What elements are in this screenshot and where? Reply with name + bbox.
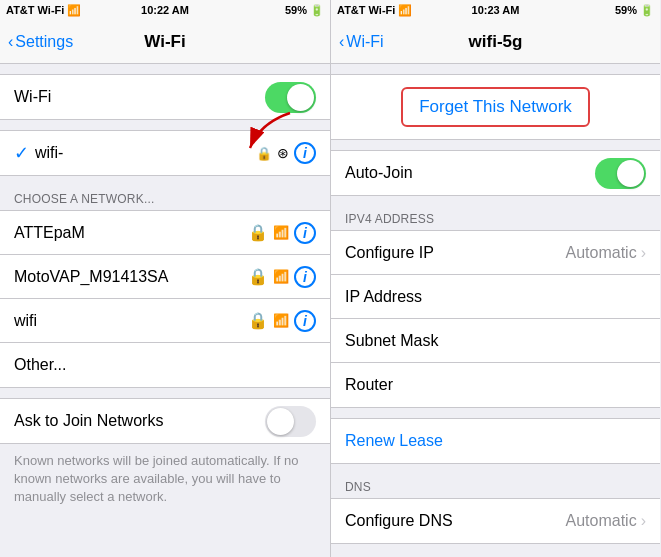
dns-label: DNS — [331, 474, 660, 498]
lock-icon-1: 🔒 — [248, 267, 268, 286]
auto-join-row: Auto-Join — [331, 151, 660, 195]
back-label: Settings — [15, 33, 73, 51]
time-left: 10:22 AM — [141, 4, 189, 16]
renew-lease-label: Renew Lease — [345, 432, 646, 450]
list-item[interactable]: MotoVAP_M91413SA 🔒 📶 i — [0, 255, 330, 299]
carrier-text: AT&T Wi-Fi — [6, 4, 64, 16]
network-other: Other... — [14, 356, 316, 374]
ipv4-section: IPV4 ADDRESS Configure IP Automatic › IP… — [331, 206, 660, 408]
configure-ip-value: Automatic — [566, 244, 637, 262]
info-btn-1[interactable]: i — [294, 266, 316, 288]
connected-network-row[interactable]: ✓ wifi- 🔒 ⊛ i — [0, 131, 330, 175]
lock-icon: 🔒 — [256, 146, 272, 161]
status-bar-left: AT&T Wi-Fi 📶 10:22 AM 59% 🔋 — [0, 0, 330, 20]
battery-right: 59% — [615, 4, 637, 16]
ask-join-thumb — [267, 408, 294, 435]
nav-bar-left: ‹ Settings Wi-Fi — [0, 20, 330, 64]
router-row: Router — [331, 363, 660, 407]
wifi-icon-0: 📶 — [273, 225, 289, 240]
ask-join-row: Ask to Join Networks — [0, 399, 330, 443]
chevron-left-icon-r: ‹ — [339, 33, 344, 51]
choose-network-label: CHOOSE A NETWORK... — [0, 186, 330, 210]
ask-join-label: Ask to Join Networks — [14, 412, 265, 430]
network-icons-0: 🔒 📶 i — [248, 222, 316, 244]
status-right-left: AT&T Wi-Fi 📶 — [337, 4, 412, 17]
configure-ip-label: Configure IP — [345, 244, 566, 262]
network-icons-2: 🔒 📶 i — [248, 310, 316, 332]
status-right: 59% 🔋 — [285, 4, 324, 17]
wifi-label: Wi-Fi — [14, 88, 265, 106]
lock-icon-2: 🔒 — [248, 311, 268, 330]
ask-join-section: Ask to Join Networks — [0, 398, 330, 444]
configure-dns-row[interactable]: Configure DNS Automatic › — [331, 499, 660, 543]
wifi-icon-right: 📶 — [398, 4, 412, 17]
ipv4-rows: Configure IP Automatic › IP Address Subn… — [331, 230, 660, 408]
dns-section: DNS Configure DNS Automatic › — [331, 474, 660, 544]
ask-join-toggle[interactable] — [265, 406, 316, 437]
info-icon: i — [303, 145, 307, 161]
wifi-status-icon: 📶 — [67, 4, 81, 17]
list-item[interactable]: Other... — [0, 343, 330, 387]
carrier-right: AT&T Wi-Fi — [337, 4, 395, 16]
connected-network-name: wifi- — [35, 144, 256, 162]
wifi-detail-panel: AT&T Wi-Fi 📶 10:23 AM 59% 🔋 ‹ Wi-Fi wifi… — [330, 0, 660, 557]
subnet-mask-row: Subnet Mask — [331, 319, 660, 363]
list-item[interactable]: wifi 🔒 📶 i — [0, 299, 330, 343]
configure-dns-value: Automatic — [566, 512, 637, 530]
wifi-toggle-row: Wi-Fi — [0, 75, 330, 119]
choose-network-section: CHOOSE A NETWORK... ATTEpaM 🔒 📶 i MotoVA… — [0, 186, 330, 388]
wifi-toggle-section: Wi-Fi — [0, 74, 330, 120]
dns-rows: Configure DNS Automatic › — [331, 498, 660, 544]
battery-icon-right: 🔋 — [640, 4, 654, 17]
ipv4-label: IPV4 ADDRESS — [331, 206, 660, 230]
check-icon: ✓ — [14, 142, 29, 164]
battery-left: 59% — [285, 4, 307, 16]
network-list: ATTEpaM 🔒 📶 i MotoVAP_M91413SA 🔒 📶 i wif… — [0, 210, 330, 388]
battery-icon-left: 🔋 — [310, 4, 324, 17]
network-icons: 🔒 ⊛ i — [256, 142, 316, 164]
network-name-1: MotoVAP_M91413SA — [14, 268, 248, 286]
back-to-settings[interactable]: ‹ Settings — [8, 33, 73, 51]
back-wifi-label: Wi-Fi — [346, 33, 383, 51]
network-name-0: ATTEpaM — [14, 224, 248, 242]
network-name-2: wifi — [14, 312, 248, 330]
chevron-left-icon: ‹ — [8, 33, 13, 51]
forget-network-button[interactable]: Forget This Network — [401, 87, 590, 127]
info-btn-0[interactable]: i — [294, 222, 316, 244]
subnet-mask-label: Subnet Mask — [345, 332, 646, 350]
status-left: AT&T Wi-Fi 📶 — [6, 4, 81, 17]
auto-join-toggle[interactable] — [595, 158, 646, 189]
router-label: Router — [345, 376, 646, 394]
chevron-icon: › — [641, 244, 646, 262]
renew-lease-section: Renew Lease — [331, 418, 660, 464]
wifi-title: Wi-Fi — [144, 32, 185, 52]
wifi-signal-icon: ⊛ — [277, 145, 289, 161]
wifi-settings-panel: AT&T Wi-Fi 📶 10:22 AM 59% 🔋 ‹ Settings W… — [0, 0, 330, 557]
dns-chevron-icon: › — [641, 512, 646, 530]
auto-join-thumb — [617, 160, 644, 187]
nav-bar-right: ‹ Wi-Fi wifi-5g — [331, 20, 660, 64]
join-networks-note: Known networks will be joined automatica… — [0, 444, 330, 517]
info-btn-2[interactable]: i — [294, 310, 316, 332]
wifi-icon-1: 📶 — [273, 269, 289, 284]
time-right: 10:23 AM — [472, 4, 520, 16]
network-detail-title: wifi-5g — [469, 32, 523, 52]
auto-join-label: Auto-Join — [345, 164, 595, 182]
renew-lease-row[interactable]: Renew Lease — [331, 419, 660, 463]
wifi-toggle[interactable] — [265, 82, 316, 113]
auto-join-section: Auto-Join — [331, 150, 660, 196]
forget-network-section: Forget This Network — [331, 74, 660, 140]
connected-network-section: ✓ wifi- 🔒 ⊛ i — [0, 130, 330, 176]
configure-ip-row[interactable]: Configure IP Automatic › — [331, 231, 660, 275]
lock-icon-0: 🔒 — [248, 223, 268, 242]
list-item[interactable]: ATTEpaM 🔒 📶 i — [0, 211, 330, 255]
ip-address-label: IP Address — [345, 288, 646, 306]
wifi-icon-2: 📶 — [273, 313, 289, 328]
status-bar-right: AT&T Wi-Fi 📶 10:23 AM 59% 🔋 — [331, 0, 660, 20]
ip-address-row: IP Address — [331, 275, 660, 319]
status-right-right: 59% 🔋 — [615, 4, 654, 17]
configure-dns-label: Configure DNS — [345, 512, 566, 530]
back-to-wifi[interactable]: ‹ Wi-Fi — [339, 33, 384, 51]
info-button-connected[interactable]: i — [294, 142, 316, 164]
toggle-thumb — [287, 84, 314, 111]
